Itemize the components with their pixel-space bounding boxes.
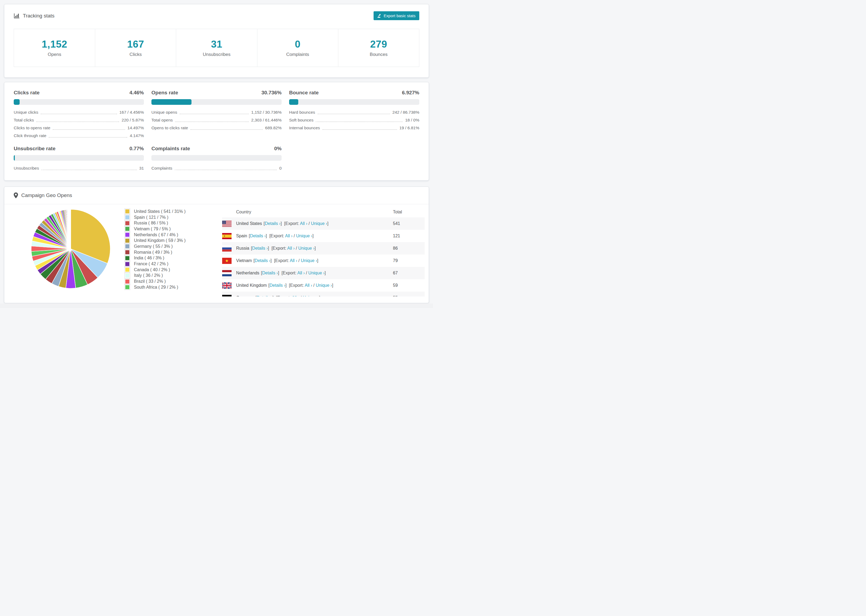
legend-item-vietnam: Vietnam ( 79 / 5% ) [124,226,186,232]
export-all-link[interactable]: All › [285,234,293,238]
detail-label: Internal bounces [289,126,320,130]
export-basic-stats-button[interactable]: Export basic stats [373,11,419,20]
progress-bar [151,155,282,161]
legend-label: United Kingdom ( 59 / 3% ) [134,238,186,243]
export-unique-link[interactable]: Unique › [298,246,314,250]
total-cell: 59 [393,283,425,288]
legend-item-romania: Romania ( 49 / 3% ) [124,250,186,255]
legend-swatch [124,284,130,290]
stat-label: Opens [48,52,61,57]
legend-item-canada: Canada ( 40 / 2% ) [124,267,186,273]
detail-label: Clicks to opens rate [14,126,50,130]
legend-swatch [124,261,130,267]
detail-row: Opens to clicks rate 689.82% [151,124,282,132]
legend-item-france: France ( 42 / 2% ) [124,261,186,267]
detail-row: Total clicks 220 / 5.87% [14,116,144,124]
details-link[interactable]: Details › [255,258,271,263]
export-unique-link[interactable]: Unique › [316,283,332,288]
stats-summary-box: 1,152 Opens167 Clicks31 Unsubscribes0 Co… [14,29,419,67]
geo-table-row-gb: United Kingdom[Details ›] [Export: All ›… [222,279,425,292]
details-link[interactable]: Details › [250,234,266,238]
rates-card: Clicks rate 4.46% Unique clicks 167 / 4.… [4,82,429,181]
legend-item-india: India ( 46 / 3% ) [124,255,186,261]
export-unique-link[interactable]: Unique › [303,295,319,297]
export-unique-link[interactable]: Unique › [311,221,327,226]
rate-head: Complaints rate 0% [151,146,282,152]
legend-swatch [124,220,130,226]
country-cell: Vietnam[Details ›] [Export: All › / Uniq… [236,258,318,263]
details-link[interactable]: Details › [269,283,285,288]
geo-table-row-us: United States[Details ›] [Export: All › … [222,217,425,230]
legend-swatch [124,273,130,278]
detail-label: Complaints [151,166,172,171]
rate-value: 30.736% [261,90,282,96]
details-link[interactable]: Details › [257,295,272,297]
export-all-link[interactable]: All › [290,258,298,263]
detail-value: 14.497% [128,126,144,130]
legend-label: India ( 46 / 3% ) [134,256,164,261]
legend-label: Vietnam ( 79 / 5% ) [134,226,171,231]
legend-item-spain: Spain ( 121 / 7% ) [124,214,186,220]
dotted-leader [175,170,277,170]
vn-flag-icon [222,258,231,264]
legend-item-netherlands: Netherlands ( 67 / 4% ) [124,232,186,238]
geo-pie-chart [30,209,111,289]
detail-value: 242 / 86.738% [392,110,419,115]
stat-value: 0 [295,39,301,50]
bar-chart-icon [14,13,20,19]
rate-head: Clicks rate 4.46% [14,90,144,96]
export-all-link[interactable]: All › [287,246,295,250]
ru-flag-icon [222,245,231,251]
detail-row: Total opens 2,303 / 61.446% [151,116,282,124]
stat-label: Bounces [370,52,387,57]
rate-title: Opens rate [151,90,178,96]
legend-item-brazil: Brazil ( 33 / 2% ) [124,278,186,284]
legend-label: Spain ( 121 / 7% ) [134,215,168,220]
details-link[interactable]: Details › [252,246,268,250]
export-all-link[interactable]: All › [292,295,299,297]
rate-panel-complaints-rate: Complaints rate 0% Complaints 0 [151,146,282,172]
detail-value: 1,152 / 30.736% [251,110,282,115]
stat-label: Complaints [286,52,309,57]
stat-value: 1,152 [42,39,67,50]
geo-title: Campaign Geo Opens [21,192,72,198]
legend-label: Brazil ( 33 / 2% ) [134,279,166,284]
export-all-link[interactable]: All › [305,283,312,288]
page-title: Tracking stats [23,13,55,19]
export-all-link[interactable]: All › [300,221,307,226]
progress-bar [289,99,419,105]
detail-label: Total clicks [14,118,34,123]
export-all-link[interactable]: All › [297,271,305,275]
total-cell: 121 [393,234,425,238]
export-unique-link[interactable]: Unique › [308,271,324,275]
legend-swatch [124,250,130,255]
legend-item-united-kingdom: United Kingdom ( 59 / 3% ) [124,237,186,244]
rate-value: 4.46% [129,90,144,96]
legend-label: Romania ( 49 / 3% ) [134,250,172,255]
rate-title: Clicks rate [14,90,39,96]
legend-swatch [124,209,130,214]
detail-label: Soft bounces [289,118,313,123]
dotted-leader [191,129,263,130]
rate-head: Unsubscribe rate 0.77% [14,146,144,152]
detail-value: 2,303 / 61.446% [251,118,282,123]
details-link[interactable]: Details › [262,271,278,275]
export-unique-link[interactable]: Unique › [301,258,317,263]
country-cell: United States[Details ›] [Export: All › … [236,221,328,226]
legend-swatch [124,279,130,284]
legend-label: France ( 42 / 2% ) [134,261,168,266]
detail-row: Complaints 0 [151,164,282,172]
dotted-leader [41,170,137,170]
details-link[interactable]: Details › [265,221,281,226]
progress-bar [14,99,144,105]
export-unique-link[interactable]: Unique › [296,234,312,238]
dotted-leader [41,114,117,114]
es-flag-icon [222,233,231,239]
progress-fill [14,99,20,105]
dotted-leader [53,129,125,130]
rate-panel-unsubscribe-rate: Unsubscribe rate 0.77% Unsubscribes 31 [14,146,144,172]
detail-label: Click through rate [14,133,46,138]
rate-value: 0% [274,146,282,152]
stat-opens: 1,152 Opens [14,29,95,67]
geo-table-row-nl: Netherlands[Details ›] [Export: All › / … [222,267,425,279]
